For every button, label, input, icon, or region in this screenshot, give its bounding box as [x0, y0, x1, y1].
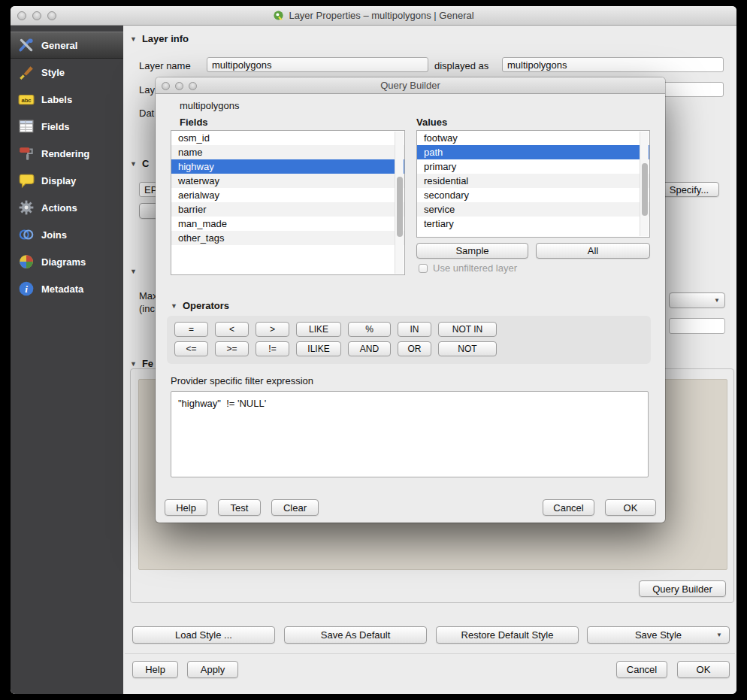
specify-crs-button[interactable]: Specify...	[659, 182, 719, 197]
value-item[interactable]: residential	[417, 174, 649, 188]
dialog-title: Query Builder	[156, 77, 665, 93]
sidebar-item-label: Actions	[41, 202, 77, 214]
fields-list[interactable]: osm_id name highway waterway aerialway b…	[171, 130, 405, 275]
chevron-down-icon: ▼	[714, 297, 720, 304]
sidebar-item-joins[interactable]: Joins	[11, 221, 123, 248]
field-item[interactable]: man_made	[171, 217, 404, 231]
crs-section-header[interactable]: ▼ C	[130, 158, 149, 169]
operators-row-2: <= >= != ILIKE AND OR NOT	[174, 341, 497, 356]
value-item[interactable]: secondary	[417, 188, 649, 202]
field-item-selected[interactable]: highway	[171, 159, 404, 174]
use-unfiltered-layer-checkbox[interactable]	[419, 264, 428, 273]
sidebar-item-style[interactable]: Style	[11, 59, 123, 86]
sidebar-item-fields[interactable]: Fields	[11, 113, 123, 140]
dialog-help-button[interactable]: Help	[165, 499, 207, 516]
operators-section-title: Operators	[183, 300, 229, 311]
values-list[interactable]: footway path primary residential seconda…	[416, 130, 650, 238]
fields-scrollbar[interactable]	[395, 132, 404, 274]
values-label: Values	[416, 117, 447, 128]
sidebar-item-general[interactable]: General	[11, 32, 123, 59]
field-item[interactable]: barrier	[171, 202, 404, 217]
dialog-ok-button[interactable]: OK	[605, 499, 656, 516]
layer-name-label: Layer name	[139, 60, 191, 71]
operator-button[interactable]: <=	[174, 341, 208, 356]
field-item[interactable]: aerialway	[171, 188, 404, 202]
style-icon	[18, 64, 35, 80]
disclosure-triangle-icon: ▼	[130, 360, 137, 368]
sidebar-item-display[interactable]: Display	[11, 167, 123, 194]
dialog-test-button[interactable]: Test	[218, 499, 261, 516]
field-item[interactable]: osm_id	[171, 131, 404, 145]
scale-value-input[interactable]	[669, 318, 725, 334]
use-unfiltered-layer-label: Use unfiltered layer	[433, 262, 517, 274]
all-button[interactable]: All	[536, 243, 650, 259]
cancel-button[interactable]: Cancel	[616, 661, 667, 678]
query-builder-button[interactable]: Query Builder	[639, 580, 726, 597]
field-item[interactable]: name	[171, 145, 404, 159]
value-item[interactable]: footway	[417, 131, 649, 145]
operator-button[interactable]: =	[174, 322, 208, 337]
layer-name-input[interactable]	[207, 57, 428, 72]
save-style-dropdown-button[interactable]: Save Style ▼	[587, 626, 730, 644]
values-scrollbar[interactable]	[640, 132, 649, 236]
field-item[interactable]: waterway	[171, 174, 404, 188]
operator-button[interactable]: NOT IN	[438, 322, 497, 337]
operator-button[interactable]: ILIKE	[296, 341, 341, 356]
display-icon	[18, 172, 35, 189]
feature-subset-section-title: Fe	[142, 358, 153, 369]
sidebar-item-label: Style	[41, 67, 65, 78]
diagrams-icon	[18, 253, 35, 270]
layer-info-section-header[interactable]: ▼ Layer info	[130, 33, 189, 44]
maximum-scale-label: Max	[139, 290, 158, 302]
displayed-as-input[interactable]	[502, 57, 724, 72]
operator-button[interactable]: NOT	[438, 341, 497, 356]
sidebar-item-metadata[interactable]: i Metadata	[11, 275, 123, 302]
save-as-default-button[interactable]: Save As Default	[284, 626, 427, 644]
operator-button[interactable]: <	[215, 322, 249, 337]
filter-expression-label: Provider specific filter expression	[171, 375, 313, 386]
query-builder-dialog: Query Builder multipolygons Fields Value…	[156, 77, 665, 523]
operators-row-1: = < > LIKE % IN NOT IN	[174, 322, 497, 337]
operator-button[interactable]: >	[256, 322, 289, 337]
operators-groupbox: = < > LIKE % IN NOT IN <= >= != ILIKE AN…	[167, 316, 651, 364]
operator-button[interactable]: %	[348, 322, 391, 337]
filter-expression-textarea[interactable]: "highway" != 'NULL'	[171, 391, 649, 477]
operator-button[interactable]: LIKE	[296, 322, 341, 337]
load-style-button[interactable]: Load Style ...	[132, 626, 275, 644]
apply-button[interactable]: Apply	[187, 661, 238, 678]
help-button[interactable]: Help	[132, 661, 178, 678]
sidebar-item-labels[interactable]: abc Labels	[11, 86, 123, 113]
value-item[interactable]: service	[417, 202, 649, 217]
value-item[interactable]: tertiary	[417, 217, 649, 231]
sidebar-item-label: General	[41, 40, 77, 51]
restore-default-style-button[interactable]: Restore Default Style	[436, 626, 579, 644]
operator-button[interactable]: >=	[215, 341, 249, 356]
datasource-label: Dat	[139, 108, 154, 119]
value-item[interactable]: primary	[417, 159, 649, 174]
dialog-clear-button[interactable]: Clear	[271, 499, 319, 516]
layer-properties-window: Layer Properties – multipolygons | Gener…	[11, 6, 736, 694]
ok-button[interactable]: OK	[677, 661, 730, 678]
sidebar-item-rendering[interactable]: Rendering	[11, 140, 123, 167]
sample-button[interactable]: Sample	[416, 243, 528, 259]
dialog-cancel-button[interactable]: Cancel	[543, 499, 594, 516]
metadata-icon: i	[18, 280, 35, 297]
svg-text:i: i	[25, 283, 28, 295]
window-titlebar: Layer Properties – multipolygons | Gener…	[11, 6, 736, 26]
operators-section-header[interactable]: ▼ Operators	[171, 300, 229, 311]
scrollbar-thumb[interactable]	[397, 177, 403, 237]
operator-button[interactable]: AND	[348, 341, 391, 356]
field-item[interactable]: other_tags	[171, 231, 404, 245]
disclosure-triangle-icon: ▼	[130, 268, 137, 275]
visibility-section-header[interactable]: ▼	[130, 268, 137, 275]
feature-subset-section-header[interactable]: ▼ Fe	[130, 358, 153, 369]
value-item-selected[interactable]: path	[417, 145, 649, 159]
sidebar-item-diagrams[interactable]: Diagrams	[11, 248, 123, 275]
sidebar-item-actions[interactable]: Actions	[11, 194, 123, 221]
operator-button[interactable]: IN	[398, 322, 431, 337]
operator-button[interactable]: !=	[256, 341, 289, 356]
dialog-layer-name: multipolygons	[180, 100, 240, 111]
operator-button[interactable]: OR	[398, 341, 431, 356]
scrollbar-thumb[interactable]	[642, 163, 648, 216]
scale-combo[interactable]: ▼	[669, 292, 725, 308]
